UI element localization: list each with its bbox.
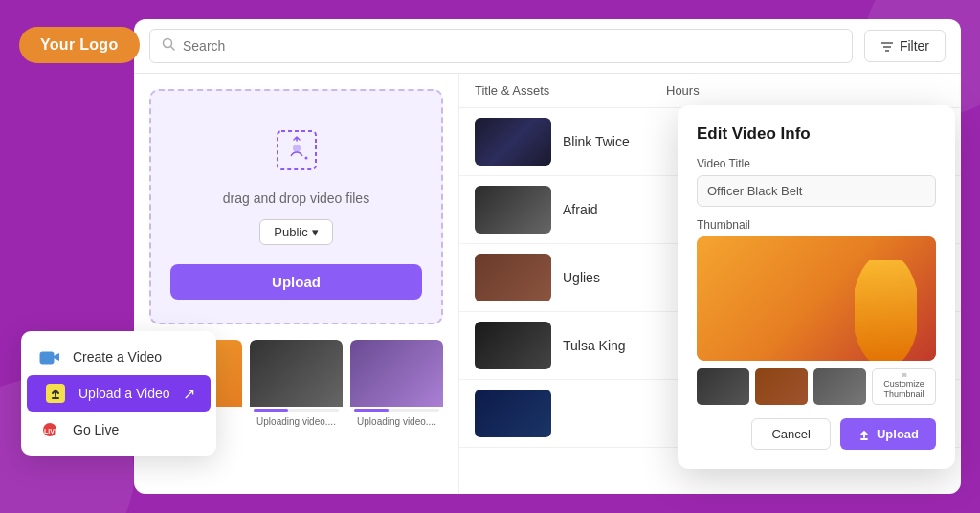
svg-point-17: [903, 374, 905, 376]
thumbnail-main: [697, 236, 936, 361]
public-label: Public: [274, 225, 307, 239]
video-thumbnail: [475, 390, 551, 437]
thumb-option-3[interactable]: [813, 368, 866, 405]
list-header: Title & Assets Hours: [459, 74, 961, 108]
cancel-button[interactable]: Cancel: [751, 418, 830, 450]
upload-progress-text: Uploading video....: [250, 413, 343, 430]
thumb-option-1[interactable]: [697, 368, 749, 405]
video-title: Afraid: [563, 202, 678, 217]
video-title: Blink Twice: [563, 134, 678, 149]
edit-video-modal: Edit Video Info Video Title Thumbnail Cu…: [678, 105, 955, 469]
video-title-input[interactable]: [697, 175, 936, 207]
context-menu-item-create[interactable]: Create a Video: [21, 339, 216, 375]
customize-label: CustomizeThumbnail: [883, 379, 924, 400]
customize-thumbnail-button[interactable]: CustomizeThumbnail: [872, 368, 936, 405]
live-icon: LIVE: [36, 420, 63, 439]
svg-marker-11: [54, 353, 59, 361]
top-bar: Filter: [134, 19, 961, 74]
col-hours-header: Hours: [666, 83, 946, 98]
svg-text:LIVE: LIVE: [44, 428, 59, 435]
svg-point-9: [304, 157, 307, 160]
video-title-label: Video Title: [697, 157, 936, 170]
upload-icon: [42, 384, 69, 403]
search-input[interactable]: [183, 38, 840, 54]
svg-rect-16: [902, 373, 906, 377]
upload-drop-zone[interactable]: drag and drop video files Public ▾ Uploa…: [149, 89, 443, 324]
progress-bar: [354, 409, 439, 412]
thumbnail-label: Thumbnail: [697, 218, 936, 232]
chevron-down-icon: ▾: [312, 225, 319, 239]
video-title: Uglies: [563, 270, 678, 285]
modal-footer: Cancel Upload: [697, 418, 936, 450]
filter-label: Filter: [900, 38, 929, 54]
drag-text: drag and drop video files: [223, 190, 369, 206]
context-menu-item-upload[interactable]: Upload a Video ↗: [27, 375, 211, 412]
create-video-label: Create a Video: [73, 349, 162, 365]
video-thumbnail: [475, 186, 551, 234]
svg-point-8: [293, 145, 301, 152]
upload-progress-text: Uploading video....: [350, 413, 443, 430]
context-menu-item-live[interactable]: LIVE Go Live: [21, 412, 216, 448]
filter-button[interactable]: Filter: [864, 30, 946, 62]
upload-drag-icon: [268, 122, 325, 179]
customize-icon: [898, 373, 911, 377]
col-title-header: Title & Assets: [475, 83, 666, 98]
video-thumbnail: [475, 118, 551, 166]
video-grid-item[interactable]: Uploading video....: [250, 340, 343, 430]
svg-rect-10: [40, 352, 54, 364]
context-menu: Create a Video Upload a Video ↗ LIVE Go …: [21, 331, 216, 456]
svg-line-3: [171, 47, 175, 51]
video-title: Tulsa King: [563, 338, 678, 353]
video-thumbnail: [475, 322, 551, 369]
video-thumbnail: [475, 254, 551, 301]
filter-icon: [880, 39, 894, 53]
thumbnail-strip: CustomizeThumbnail: [697, 368, 936, 405]
go-live-label: Go Live: [73, 422, 119, 437]
public-dropdown[interactable]: Public ▾: [259, 219, 332, 245]
modal-upload-label: Upload: [877, 427, 919, 441]
upload-video-label: Upload a Video: [78, 386, 169, 401]
modal-upload-button[interactable]: Upload: [840, 418, 936, 450]
logo[interactable]: Your Logo: [19, 27, 140, 63]
thumb-option-2[interactable]: [755, 368, 808, 405]
modal-title: Edit Video Info: [697, 124, 936, 144]
search-icon: [162, 37, 175, 55]
upload-arrow-icon: [858, 428, 871, 441]
upload-button[interactable]: Upload: [170, 264, 422, 300]
video-grid-item[interactable]: Uploading video....: [350, 340, 443, 430]
progress-bar: [254, 409, 339, 412]
camera-icon: [36, 347, 63, 367]
search-box[interactable]: [149, 29, 853, 63]
cursor-indicator: ↗: [183, 385, 195, 403]
